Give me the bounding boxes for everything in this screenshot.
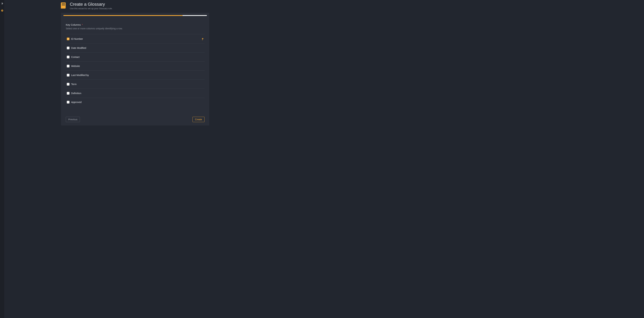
column-label: Contact bbox=[71, 56, 80, 58]
progress-fill bbox=[64, 15, 182, 16]
previous-button[interactable]: Previous bbox=[66, 117, 80, 122]
wizard-footer: Previous Create bbox=[66, 117, 204, 122]
add-icon[interactable] bbox=[1, 9, 3, 12]
page-subtitle: Use this wizard to set up your Glossary … bbox=[70, 7, 112, 10]
column-row[interactable]: Definition bbox=[66, 89, 204, 98]
page-title: Create a Glossary bbox=[70, 2, 112, 7]
column-checkbox[interactable] bbox=[67, 83, 70, 85]
expand-sidebar-icon[interactable] bbox=[1, 2, 3, 5]
main-content: Create a Glossary Use this wizard to set… bbox=[4, 0, 644, 318]
column-label: Term bbox=[71, 83, 76, 85]
page-header: Create a Glossary Use this wizard to set… bbox=[59, 2, 644, 10]
column-label: Date Modified bbox=[71, 47, 86, 49]
section-title-text: Key Columns bbox=[66, 23, 81, 26]
wizard-card: Key Columns * Select one or more columns… bbox=[61, 13, 209, 125]
progress-bar bbox=[64, 15, 207, 16]
svg-rect-2 bbox=[62, 5, 65, 5]
column-checkbox[interactable] bbox=[67, 56, 70, 58]
column-row[interactable]: Contact bbox=[66, 52, 204, 61]
required-marker: * bbox=[82, 23, 83, 26]
column-row[interactable]: Website bbox=[66, 61, 204, 70]
column-list: ID NumberDate ModifiedContactWebsiteLast… bbox=[66, 34, 204, 107]
column-label: Definition bbox=[71, 92, 81, 95]
column-row[interactable]: Date Modified bbox=[66, 43, 204, 52]
svg-rect-1 bbox=[62, 3, 65, 4]
column-checkbox[interactable] bbox=[67, 65, 70, 67]
column-checkbox[interactable] bbox=[67, 47, 70, 49]
column-row[interactable]: Last Modified by bbox=[66, 70, 204, 79]
section-subtitle: Select one or more columns uniquely iden… bbox=[66, 27, 207, 30]
column-row[interactable]: ID Number bbox=[66, 34, 204, 43]
column-row[interactable]: Approved bbox=[66, 98, 204, 107]
column-label: Website bbox=[71, 65, 80, 67]
column-checkbox[interactable] bbox=[67, 101, 70, 103]
section-title: Key Columns * bbox=[66, 23, 207, 26]
column-checkbox[interactable] bbox=[67, 37, 70, 40]
column-label: Last Modified by bbox=[71, 74, 89, 76]
key-icon bbox=[201, 37, 204, 40]
create-button[interactable]: Create bbox=[192, 117, 204, 122]
column-checkbox[interactable] bbox=[67, 74, 70, 76]
column-checkbox[interactable] bbox=[67, 92, 70, 95]
column-label: Approved bbox=[71, 101, 82, 103]
glossary-book-icon bbox=[59, 2, 67, 10]
left-rail bbox=[0, 0, 4, 318]
column-label: ID Number bbox=[71, 37, 83, 40]
column-row[interactable]: Term bbox=[66, 79, 204, 89]
